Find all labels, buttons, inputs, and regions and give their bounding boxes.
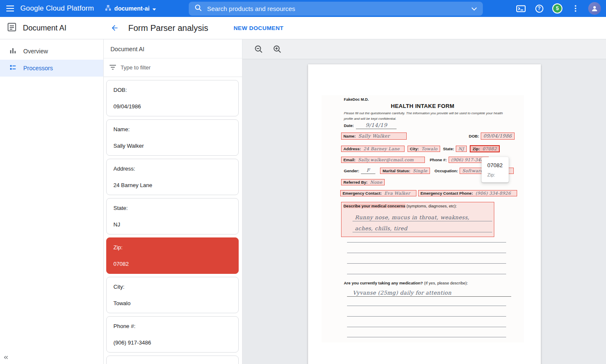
document-page: FakeDoc M.D. HEALTH INTAKE FORM Please f… xyxy=(308,64,541,364)
occupation-label: Occupation: xyxy=(435,168,458,173)
email-field-highlight[interactable]: Email: Sally.walker@cmail.com xyxy=(341,157,425,163)
header-main: Form Parser analysis NEW DOCUMENT xyxy=(104,22,284,34)
sidebar-item-overview[interactable]: Overview xyxy=(0,43,103,60)
date-row: Date: 9/14/19 xyxy=(344,122,397,129)
city-label: City: xyxy=(410,146,419,151)
search-bar[interactable] xyxy=(189,2,483,16)
sidebar-item-label: Overview xyxy=(23,48,48,55)
emergency-row: Emergency Contact: Eva Walker Emergency … xyxy=(340,190,517,196)
blank-line xyxy=(347,327,506,327)
preview-canvas[interactable]: FakeDoc M.D. HEALTH INTAKE FORM Please f… xyxy=(242,59,606,364)
more-options-icon[interactable] xyxy=(570,3,581,14)
field-card-list[interactable]: DOB: 09/04/1986 Name: Sally Walker Addre… xyxy=(104,77,242,364)
zoom-out-icon[interactable] xyxy=(253,43,264,55)
field-value: 24 Barney Lane xyxy=(113,182,231,188)
medical-concerns-field-highlight[interactable]: Describe your medical concerns (symptoms… xyxy=(341,202,494,237)
filter-row xyxy=(104,58,242,77)
field-card-phone[interactable]: Phone #: (906) 917-3486 xyxy=(106,316,239,353)
avatar[interactable] xyxy=(588,2,601,15)
medication-value: Vyvanse (25mg) daily for attention xyxy=(347,290,511,297)
sidebar-item-processors[interactable]: Processors xyxy=(0,60,103,77)
page-header: Document AI Form Parser analysis NEW DOC… xyxy=(0,17,606,39)
occupation-value: Software xyxy=(462,168,483,173)
blank-line xyxy=(347,337,506,337)
help-icon[interactable]: ? xyxy=(534,3,545,14)
marital-status-value: Single xyxy=(413,168,427,173)
topbar-actions: ? 5 xyxy=(515,2,601,15)
zoom-in-icon[interactable] xyxy=(271,43,283,55)
field-card-name[interactable]: Name: Sally Walker xyxy=(106,119,239,156)
state-field-highlight[interactable]: NJ xyxy=(456,146,467,152)
new-document-button[interactable]: NEW DOCUMENT xyxy=(234,25,284,31)
field-value: Sally Walker xyxy=(113,143,231,149)
overview-icon xyxy=(9,47,17,55)
field-value: (906) 917-3486 xyxy=(113,339,231,346)
menu-icon[interactable] xyxy=(0,0,20,17)
dob-label: DOB: xyxy=(469,134,479,138)
phone-value: (906) 917-3486 xyxy=(451,157,487,162)
email-value: Sally.walker@cmail.com xyxy=(358,157,414,162)
document-scan: FakeDoc M.D. HEALTH INTAKE FORM Please f… xyxy=(322,95,524,342)
field-card-city[interactable]: City: Towalo xyxy=(106,277,239,313)
city-field-highlight[interactable]: City: Towalo xyxy=(408,146,440,152)
field-card[interactable] xyxy=(106,356,239,364)
date-value: 9/14/19 xyxy=(356,122,397,129)
gender-value: F xyxy=(361,168,375,174)
field-label: DOB: xyxy=(113,87,231,93)
email-phone-row: Email: Sally.walker@cmail.com Phone #: (… xyxy=(341,157,489,163)
search-input[interactable] xyxy=(207,5,466,12)
medication-question-label: Are you currently taking any medication?… xyxy=(344,281,468,285)
chevron-down-icon xyxy=(152,5,156,12)
processors-icon xyxy=(9,64,17,72)
sidebar-item-label: Processors xyxy=(23,65,53,72)
form-title: HEALTH INTAKE FORM xyxy=(322,103,524,109)
emergency-phone-value: (906) 334-8926 xyxy=(476,191,511,196)
emergency-contact-field-highlight[interactable]: Emergency Contact: Eva Walker xyxy=(340,190,416,196)
medical-concerns-line1: Runny nose, mucus in throat, weakness, xyxy=(355,214,470,221)
field-card-dob[interactable]: DOB: 09/04/1986 xyxy=(106,80,239,116)
filter-input[interactable] xyxy=(121,64,236,71)
medication-answer: Vyvanse (25mg) daily for attention xyxy=(347,290,511,297)
project-icon xyxy=(105,5,111,13)
field-value: 09/04/1986 xyxy=(113,103,231,110)
project-selector[interactable]: document-ai xyxy=(105,5,156,13)
emergency-contact-label: Emergency Contact: xyxy=(343,191,382,196)
address-field-highlight[interactable]: Address: 24 Barney Lane xyxy=(341,146,405,152)
app-header: Document AI xyxy=(0,22,104,34)
address-row: Address: 24 Barney Lane City: Towalo Sta… xyxy=(341,145,500,152)
dob-field-highlight[interactable]: 09/04/1986 xyxy=(481,132,514,140)
marital-status-field-highlight[interactable]: Marital Status: Single xyxy=(380,168,430,174)
collapse-sidebar-icon[interactable] xyxy=(3,354,9,362)
field-card-zip[interactable]: Zip: 07082 xyxy=(106,237,239,274)
referred-by-field-highlight[interactable]: Referred By: None xyxy=(341,179,385,185)
notification-count: 5 xyxy=(552,3,562,14)
tooltip-value: 07082 xyxy=(488,162,503,168)
emergency-phone-field-highlight[interactable]: Emergency Contact Phone: (906) 334-8926 xyxy=(418,190,517,196)
state-value: NJ xyxy=(458,146,464,151)
topbar: Google Cloud Platform document-ai ? 5 xyxy=(0,0,606,17)
name-label: Name: xyxy=(344,134,356,138)
name-field-highlight[interactable]: Name: Sally Walker xyxy=(341,132,407,140)
search-options-chevron-icon[interactable] xyxy=(471,5,477,12)
blank-line xyxy=(347,263,506,264)
city-value: Towalo xyxy=(421,146,438,151)
field-card-address[interactable]: Address: 24 Barney Lane xyxy=(106,159,239,195)
medical-concerns-label: Describe your medical concerns (symptoms… xyxy=(344,204,457,208)
field-value: 07082 xyxy=(113,261,231,267)
zip-field-highlight[interactable]: Zip: 07082 xyxy=(470,145,500,152)
cloud-shell-icon[interactable] xyxy=(515,3,526,14)
blank-line xyxy=(347,274,506,274)
field-card-state[interactable]: State: NJ xyxy=(106,198,239,234)
back-arrow-icon[interactable] xyxy=(109,22,121,34)
dob-value: 09/04/1986 xyxy=(483,133,512,139)
notifications-badge[interactable]: 5 xyxy=(552,3,563,14)
field-label: Zip: xyxy=(113,244,231,251)
medical-concerns-line2: aches, chills, tired xyxy=(355,225,408,232)
page-title: Form Parser analysis xyxy=(128,23,208,33)
state-label: State: xyxy=(443,146,454,151)
gcp-logo: Google Cloud Platform xyxy=(20,4,94,13)
address-label: Address: xyxy=(344,146,361,151)
blank-line xyxy=(347,306,506,306)
preview-toolbar xyxy=(242,39,606,59)
marital-status-label: Marital Status: xyxy=(383,168,410,173)
